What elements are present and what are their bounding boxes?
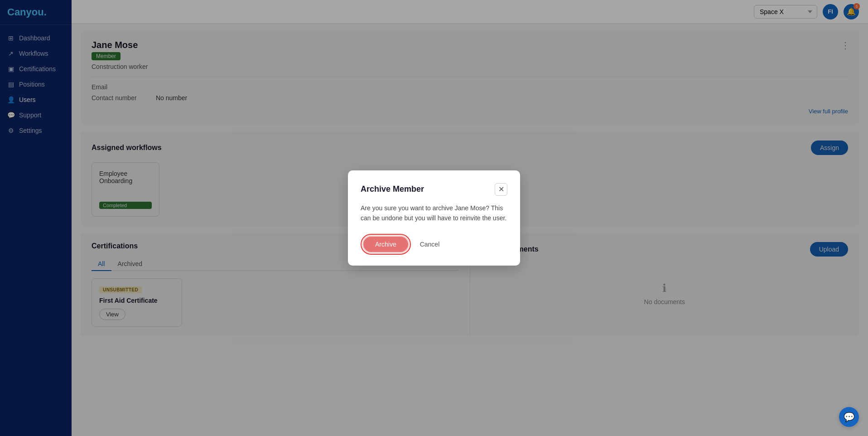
archive-modal: Archive Member ✕ Are you sure you want t… bbox=[348, 170, 520, 266]
archive-highlight-ring: Archive bbox=[361, 234, 411, 255]
modal-title: Archive Member bbox=[361, 184, 424, 194]
chat-icon: 💬 bbox=[844, 412, 855, 422]
modal-close-button[interactable]: ✕ bbox=[495, 183, 507, 196]
modal-actions: Archive Cancel bbox=[361, 234, 507, 255]
archive-confirm-button[interactable]: Archive bbox=[363, 237, 408, 252]
modal-header: Archive Member ✕ bbox=[361, 183, 507, 196]
cancel-button[interactable]: Cancel bbox=[416, 237, 444, 252]
chat-button[interactable]: 💬 bbox=[839, 407, 859, 427]
modal-body: Are you sure you want to archive Jane Mo… bbox=[361, 203, 507, 223]
modal-overlay[interactable]: Archive Member ✕ Are you sure you want t… bbox=[72, 0, 868, 436]
main-area: Space X FI 🔔 5 ⋮ Jane Mose Member Constr… bbox=[72, 0, 868, 436]
